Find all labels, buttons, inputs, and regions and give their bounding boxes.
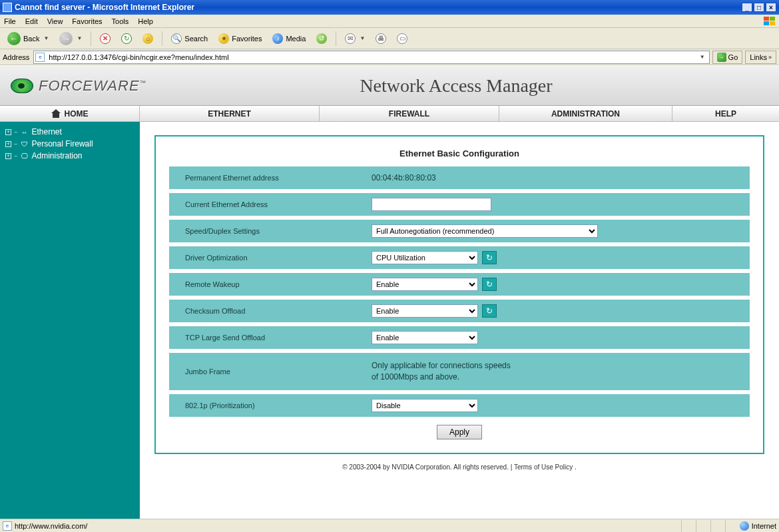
- mail-button[interactable]: ✉ ▼: [342, 31, 368, 46]
- checksum-offload-select[interactable]: Enable: [372, 304, 478, 318]
- tab-home[interactable]: HOME: [0, 106, 140, 121]
- sidebar-item-ethernet[interactable]: + ··· ↔ Ethernet: [5, 126, 134, 138]
- minimize-button[interactable]: _: [742, 3, 752, 12]
- tcp-lso-select[interactable]: Enable: [372, 331, 478, 344]
- address-dropdown-icon[interactable]: ▼: [697, 54, 708, 60]
- sidebar-item-administration[interactable]: + ··· 🖵 Administration: [5, 150, 134, 162]
- copyright-text: © 2003-2004 by NVIDIA Corporation. All r…: [342, 463, 514, 471]
- history-button[interactable]: ↺: [313, 31, 330, 46]
- page-icon: e: [3, 521, 12, 531]
- row-8021p: 802.1p (Prioritization) Disable: [169, 394, 750, 417]
- tab-ethernet[interactable]: ETHERNET: [140, 106, 320, 121]
- menu-favorites[interactable]: Favorites: [72, 17, 102, 25]
- tab-administration-label: ADMINISTRATION: [551, 109, 620, 119]
- menu-file[interactable]: File: [4, 17, 16, 25]
- tree-expand-icon[interactable]: +: [5, 153, 11, 159]
- status-cell: [681, 520, 693, 532]
- content-area: Ethernet Basic Configuration Permanent E…: [140, 122, 779, 519]
- go-arrow-icon: →: [717, 53, 726, 62]
- globe-icon: [740, 521, 749, 531]
- page-icon: e: [35, 53, 45, 62]
- sidebar-item-firewall[interactable]: + ··· 🛡 Personal Firewall: [5, 138, 134, 150]
- tree-connector-icon: ···: [14, 129, 17, 135]
- refresh-button[interactable]: ↻: [118, 31, 135, 46]
- links-button[interactable]: Links »: [745, 51, 776, 64]
- menu-help[interactable]: Help: [138, 17, 153, 25]
- stop-button[interactable]: ✕: [97, 31, 114, 46]
- tab-help[interactable]: HELP: [672, 106, 779, 121]
- window-title: Cannot find server - Microsoft Internet …: [15, 3, 194, 12]
- refresh-icon: ↻: [121, 33, 132, 44]
- go-button[interactable]: → Go: [712, 51, 743, 64]
- speed-duplex-select[interactable]: Full Autonegotiation (recommended): [372, 224, 598, 238]
- apply-button[interactable]: Apply: [437, 425, 482, 439]
- search-button[interactable]: 🔍 Search: [168, 31, 211, 46]
- footer-period: .: [575, 463, 577, 471]
- page-footer: © 2003-2004 by NVIDIA Corporation. All r…: [154, 454, 764, 473]
- app-header: FORCEWARE™ Network Access Manager: [0, 66, 779, 106]
- media-button[interactable]: ♪ Media: [269, 31, 309, 46]
- field-label: Jumbo Frame: [169, 368, 369, 376]
- terms-link[interactable]: Terms of Use Policy: [514, 463, 573, 471]
- tree-expand-icon[interactable]: +: [5, 141, 11, 147]
- main-area: + ··· ↔ Ethernet + ··· 🛡 Personal Firewa…: [0, 122, 779, 519]
- page-title: Network Access Manager: [224, 75, 688, 97]
- toolbar-separator: [162, 31, 162, 46]
- menu-view[interactable]: View: [47, 17, 63, 25]
- field-label: Checksum Offload: [169, 307, 369, 315]
- print-icon: 🖶: [376, 33, 386, 44]
- row-jumbo-frame: Jumbo Frame Only applicable for connecti…: [169, 353, 750, 390]
- address-input[interactable]: [47, 53, 696, 62]
- tree-expand-icon[interactable]: +: [5, 129, 11, 135]
- status-cell: [696, 520, 708, 532]
- back-label: Back: [23, 35, 39, 43]
- reset-button[interactable]: ↻: [482, 304, 497, 318]
- sidebar-item-label: Personal Firewall: [32, 139, 93, 148]
- menubar: File Edit View Favorites Tools Help: [0, 15, 779, 28]
- home-icon: [51, 110, 61, 118]
- close-button[interactable]: ×: [766, 3, 776, 12]
- prioritization-select[interactable]: Disable: [372, 399, 478, 412]
- chevron-down-icon: ▼: [360, 35, 365, 41]
- menu-edit[interactable]: Edit: [25, 17, 38, 25]
- toolbar-separator: [336, 31, 336, 46]
- chevron-down-icon: ▼: [77, 35, 82, 41]
- forward-button[interactable]: → ▼: [56, 30, 85, 47]
- ethernet-icon: ↔: [20, 128, 29, 136]
- reset-button[interactable]: ↻: [482, 278, 497, 291]
- driver-optimization-select[interactable]: CPU Utilization: [372, 251, 478, 264]
- reset-button[interactable]: ↻: [482, 251, 497, 264]
- star-icon: ★: [218, 33, 229, 44]
- field-label: Remote Wakeup: [169, 280, 369, 288]
- toolbar: ← Back ▼ → ▼ ✕ ↻ ⌂ 🔍 Search ★ Favorites …: [0, 28, 779, 49]
- tab-home-label: HOME: [65, 109, 89, 119]
- row-tcp-large-send: TCP Large Send Offload Enable: [169, 326, 750, 349]
- status-bar: e http://www.nvidia.com/ Internet: [0, 519, 779, 532]
- edit-icon: ▭: [397, 33, 407, 44]
- page-viewport: FORCEWARE™ Network Access Manager HOME E…: [0, 65, 779, 519]
- print-button[interactable]: 🖶: [372, 31, 390, 46]
- address-bar: Address e ▼ → Go Links »: [0, 49, 779, 65]
- address-input-wrap[interactable]: e ▼: [33, 51, 709, 64]
- edit-button[interactable]: ▭: [393, 31, 411, 46]
- tab-firewall[interactable]: FIREWALL: [320, 106, 499, 121]
- windows-flag-icon: [763, 17, 775, 26]
- tab-administration[interactable]: ADMINISTRATION: [499, 106, 672, 121]
- status-url: http://www.nvidia.com/: [15, 522, 87, 530]
- toolbar-separator: [91, 31, 91, 46]
- reset-icon: ↻: [486, 280, 493, 289]
- home-button[interactable]: ⌂: [139, 31, 156, 46]
- back-button[interactable]: ← Back ▼: [4, 30, 52, 47]
- row-permanent-address: Permanent Ethernet address 00:04:4b:80:8…: [169, 166, 750, 189]
- favorites-button[interactable]: ★ Favorites: [215, 31, 265, 46]
- maximize-button[interactable]: □: [754, 3, 764, 12]
- sidebar-item-label: Ethernet: [32, 127, 62, 136]
- stop-icon: ✕: [100, 33, 111, 44]
- back-arrow-icon: ←: [7, 32, 21, 45]
- row-current-address: Current Ethernet Address: [169, 193, 750, 216]
- media-label: Media: [286, 35, 306, 43]
- current-address-input[interactable]: [372, 198, 491, 211]
- search-icon: 🔍: [171, 33, 182, 44]
- menu-tools[interactable]: Tools: [112, 17, 129, 25]
- remote-wakeup-select[interactable]: Enable: [372, 278, 478, 291]
